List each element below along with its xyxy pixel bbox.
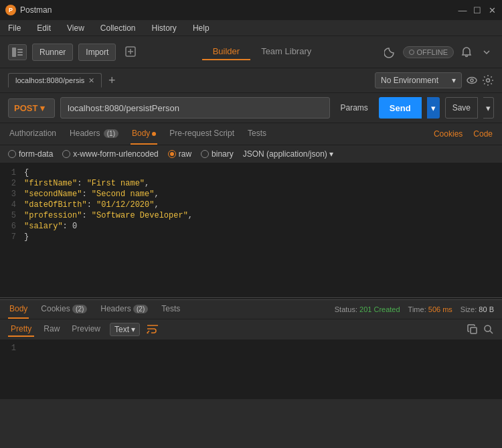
tab-authorization[interactable]: Authorization [8, 123, 58, 145]
resp-code-line-1: 1 [0, 343, 502, 354]
offline-dot [409, 50, 414, 55]
radio-form-data [8, 150, 16, 158]
tab-url-bar: localhost:8080/persis ✕ + No Environment… [0, 68, 502, 93]
tab-team-library[interactable]: Team Library [250, 44, 322, 60]
line-number: 1 [0, 168, 24, 177]
text-format-selector[interactable]: Text ▾ [110, 323, 140, 336]
menu-history[interactable]: History [149, 22, 179, 34]
menu-view[interactable]: View [64, 22, 87, 34]
body-active-dot [152, 132, 156, 136]
request-tab[interactable]: localhost:8080/persis ✕ [8, 73, 102, 88]
menu-help[interactable]: Help [190, 22, 212, 34]
moon-icon-button[interactable] [383, 45, 398, 60]
wrap-button[interactable] [147, 324, 159, 335]
svg-point-7 [487, 79, 490, 82]
tab-close-button[interactable]: ✕ [88, 77, 94, 84]
send-button[interactable]: Send [379, 97, 422, 119]
tab-prerequest[interactable]: Pre-request Script [168, 123, 236, 145]
text-format-chevron-icon: ▾ [131, 325, 135, 334]
response-body-area[interactable]: 1 [0, 340, 502, 399]
line-content: { [24, 168, 29, 177]
expand-button[interactable] [479, 45, 494, 60]
fmt-tab-raw[interactable]: Raw [41, 322, 62, 337]
line-number: 3 [0, 190, 24, 199]
tab-body[interactable]: Body [131, 123, 157, 145]
radio-binary [201, 150, 209, 158]
line-content: "secondName": "Second name", [24, 190, 159, 199]
resp-tab-tests[interactable]: Tests [160, 300, 181, 319]
code-line-2: 2 "firstName": "First name", [0, 178, 502, 189]
response-format-bar: Pretty Raw Preview Text ▾ [0, 319, 502, 340]
time-value: 506 ms [428, 305, 452, 313]
bell-icon-button[interactable] [459, 45, 474, 60]
runner-button[interactable]: Runner [32, 44, 73, 61]
tab-tests[interactable]: Tests [246, 123, 268, 145]
maximize-button[interactable]: ☐ [473, 5, 482, 15]
copy-response-button[interactable] [467, 324, 478, 335]
code-line-7: 7 } [0, 232, 502, 242]
line-number: 5 [0, 211, 24, 220]
url-input[interactable] [60, 97, 330, 119]
save-button[interactable]: Save [445, 97, 478, 119]
menu-file[interactable]: File [5, 22, 23, 34]
line-content: "salary": 0 [24, 222, 77, 231]
line-number: 6 [0, 222, 24, 231]
app-title: Postman [20, 5, 52, 15]
body-type-raw[interactable]: raw [168, 149, 191, 159]
environment-selector[interactable]: No Environment ▾ [375, 72, 462, 88]
headers-count-badge: (2) [133, 305, 148, 313]
resp-line-number: 1 [0, 344, 24, 353]
text-format-label: Text [114, 325, 129, 334]
minimize-button[interactable]: — [458, 5, 467, 15]
body-type-binary[interactable]: binary [201, 149, 234, 159]
fmt-tab-pretty[interactable]: Pretty [8, 322, 34, 337]
search-response-button[interactable] [483, 324, 494, 335]
env-label: No Environment [381, 76, 438, 85]
raw-label: raw [179, 149, 191, 159]
resp-tab-cookies[interactable]: Cookies (2) [39, 300, 88, 319]
response-stats: Status: 201 Created Time: 506 ms Size: 8… [335, 305, 494, 313]
send-dropdown-button[interactable]: ▾ [427, 97, 440, 119]
body-type-form-data[interactable]: form-data [8, 149, 53, 159]
new-tab-button[interactable] [121, 46, 141, 58]
title-bar-left: P Postman [5, 5, 52, 15]
fmt-tab-preview[interactable]: Preview [69, 322, 103, 337]
svg-rect-8 [471, 327, 477, 333]
line-number: 4 [0, 200, 24, 210]
svg-rect-2 [17, 52, 23, 53]
request-body-editor[interactable]: 1 { 2 "firstName": "First name", 3 "seco… [0, 163, 502, 297]
method-selector[interactable]: POST ▾ [8, 98, 55, 118]
method-label: POST [14, 103, 37, 113]
code-line-6: 6 "salary": 0 [0, 221, 502, 232]
body-type-bar: form-data x-www-form-urlencoded raw bina… [0, 145, 502, 163]
json-type-label: JSON (application/json) [243, 149, 327, 159]
sidebar-toggle-button[interactable] [8, 44, 27, 60]
resp-tab-body[interactable]: Body [8, 300, 29, 319]
params-button[interactable]: Params [335, 100, 373, 115]
response-panel: Body Cookies (2) Headers (2) Tests Statu… [0, 300, 502, 399]
tab-headers[interactable]: Headers (1) [68, 123, 120, 145]
cookies-link[interactable]: Cookies [432, 124, 464, 144]
binary-label: binary [212, 149, 234, 159]
add-request-tab-button[interactable]: + [106, 74, 118, 86]
code-link[interactable]: Code [472, 124, 494, 144]
time-label: Time: 506 ms [408, 305, 452, 313]
tab-builder[interactable]: Builder [202, 44, 250, 60]
save-dropdown-button[interactable]: ▾ [483, 97, 494, 119]
close-button[interactable]: ✕ [487, 5, 497, 15]
resp-tab-headers[interactable]: Headers (2) [99, 300, 149, 319]
import-button[interactable]: Import [78, 44, 116, 61]
svg-point-5 [467, 78, 477, 84]
urlencoded-label: x-www-form-urlencoded [73, 149, 158, 159]
menu-edit[interactable]: Edit [34, 22, 54, 34]
eye-icon-button[interactable] [466, 74, 478, 86]
settings-icon-button[interactable] [482, 74, 494, 86]
body-type-urlencoded[interactable]: x-www-form-urlencoded [62, 149, 158, 159]
size-value: 80 B [479, 305, 494, 313]
title-bar: P Postman — ☐ ✕ [0, 0, 502, 20]
json-type-selector[interactable]: JSON (application/json) ▾ [243, 149, 333, 159]
window-controls: — ☐ ✕ [458, 5, 497, 15]
line-number: 2 [0, 179, 24, 188]
menu-collection[interactable]: Collection [98, 22, 139, 34]
code-line-5: 5 "profession": "Software Developer", [0, 210, 502, 221]
